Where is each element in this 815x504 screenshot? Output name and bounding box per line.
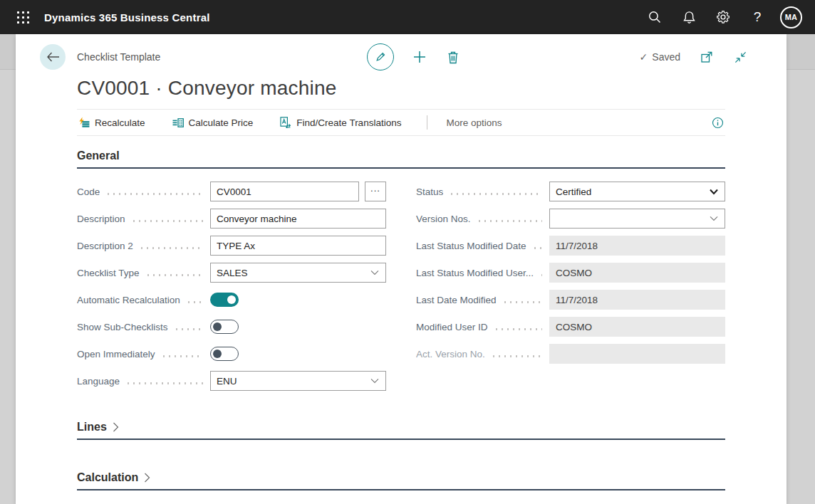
app-launcher-waffle-icon[interactable] [9,3,37,31]
field-row-description: Description [77,205,386,232]
checklist-template-card: Checklist Template ✓ Saved [16,34,787,504]
section-header-calculation[interactable]: Calculation [77,471,725,484]
collapse-button[interactable] [733,50,748,65]
action-bar: Recalculate Calculate Price Find/Create … [77,109,725,136]
open-immediately-toggle[interactable] [210,347,239,361]
dotted-leader [105,193,203,195]
action-label: Find/Create Translations [296,117,401,128]
trash-icon [447,51,460,64]
automatic-recalculation-toggle[interactable] [210,293,239,307]
dotted-leader [125,382,203,384]
delete-button[interactable] [445,49,461,65]
field-control-status: Certified [549,182,725,201]
dotted-leader [502,301,542,303]
form-right-column: StatusCertifiedVersion Nos.Last Status M… [416,178,725,367]
field-control-checklist-type: SALES [210,263,386,283]
notifications-bell-icon[interactable] [672,0,706,34]
dotted-leader [539,274,542,276]
field-row-modified-user-id: Modified User IDCOSMO [416,313,725,340]
field-label-last-status-modified-user: Last Status Modified User... [416,268,534,278]
back-button[interactable] [40,44,66,70]
field-control-show-sub-checklists [210,320,386,334]
general-form: Code...DescriptionDescription 2Checklist… [77,178,725,394]
checklist-type-combobox[interactable]: SALES [210,263,386,283]
field-label-act-version-no: Act. Version No. [416,349,485,359]
description-2-input[interactable] [210,236,386,256]
field-control-last-date-modified: 11/7/2018 [549,290,725,310]
show-sub-checklists-toggle[interactable] [210,320,239,334]
last-status-modified-user-readonly-field: COSMO [549,263,725,283]
language-combobox[interactable]: ENU [210,371,386,391]
chevron-right-icon [113,422,119,432]
search-icon[interactable] [638,0,672,34]
act-version-no-readonly-field [549,344,725,364]
field-label-checklist-type: Checklist Type [77,268,140,278]
top-navigation-bar: Dynamics 365 Business Central ? MA [0,0,815,34]
translations-icon [280,117,291,128]
popout-icon [700,51,713,63]
field-label-code: Code [77,187,100,197]
settings-gear-icon[interactable] [706,0,740,34]
dotted-leader [161,355,203,357]
field-label-show-sub-checklists: Show Sub-Checklists [77,322,168,332]
field-label-last-status-modified-date: Last Status Modified Date [416,241,526,251]
chevron-down-icon [364,270,385,275]
field-row-version-nos: Version Nos. [416,205,725,232]
open-in-new-window-button[interactable] [699,49,715,65]
last-date-modified-readonly-field: 11/7/2018 [549,290,725,310]
pencil-icon [374,51,387,63]
info-button[interactable] [710,115,725,130]
saved-label: Saved [652,51,680,63]
field-control-version-nos [549,209,725,229]
help-icon[interactable]: ? [740,0,774,34]
action-calculate-price[interactable]: Calculate Price [171,117,255,128]
calculate-price-icon [172,117,184,128]
code-input[interactable] [210,182,359,201]
field-label-modified-user-id: Modified User ID [416,322,488,332]
action-recalculate[interactable]: Recalculate [77,117,147,128]
field-label-description-2: Description 2 [77,241,133,251]
field-control-last-status-modified-date: 11/7/2018 [549,236,725,256]
field-row-act-version-no: Act. Version No. [416,340,725,367]
section-title: Calculation [77,471,138,484]
version-nos-combobox[interactable] [549,209,725,229]
user-avatar[interactable]: MA [780,6,802,28]
code-input-group: ... [210,182,386,201]
field-control-last-status-modified-user: COSMO [549,263,725,283]
field-label-last-date-modified: Last Date Modified [416,295,497,305]
action-bar-divider [427,115,427,130]
dotted-leader [174,328,203,330]
dotted-leader [449,193,542,195]
waffle-icon [17,11,29,23]
description-input[interactable] [210,209,386,229]
field-label-version-nos: Version Nos. [416,214,471,224]
status-select[interactable]: Certified [549,182,725,201]
toggle-knob [227,295,236,304]
action-find-create-translations[interactable]: Find/Create Translations [279,117,403,128]
field-row-last-date-modified: Last Date Modified11/7/2018 [416,286,725,313]
last-date-modified-value: 11/7/2018 [556,295,598,305]
field-row-open-immediately: Open Immediately [77,340,386,367]
section-header-lines[interactable]: Lines [77,421,725,434]
breadcrumb: Checklist Template [77,51,160,63]
more-options-button[interactable]: More options [446,117,502,128]
field-row-code: Code... [77,178,386,205]
field-control-modified-user-id: COSMO [549,317,725,337]
collapse-arrows-icon [734,51,747,63]
field-label-status: Status [416,187,443,197]
field-control-open-immediately [210,347,386,361]
form-left-column: Code...DescriptionDescription 2Checklist… [77,178,386,394]
field-row-description-2: Description 2 [77,232,386,259]
edit-button[interactable] [367,43,394,70]
section-header-general[interactable]: General [77,149,725,162]
code-assist-button[interactable]: ... [365,182,386,201]
chevron-down-icon [703,189,725,195]
field-control-act-version-no [549,344,725,364]
card-header-bar: Checklist Template ✓ Saved [16,44,787,70]
dotted-leader [491,355,542,357]
field-label-open-immediately: Open Immediately [77,349,155,359]
field-control-description-2 [210,236,386,256]
field-row-checklist-type: Checklist TypeSALES [77,259,386,286]
info-icon [712,117,724,129]
new-button[interactable] [411,48,428,65]
